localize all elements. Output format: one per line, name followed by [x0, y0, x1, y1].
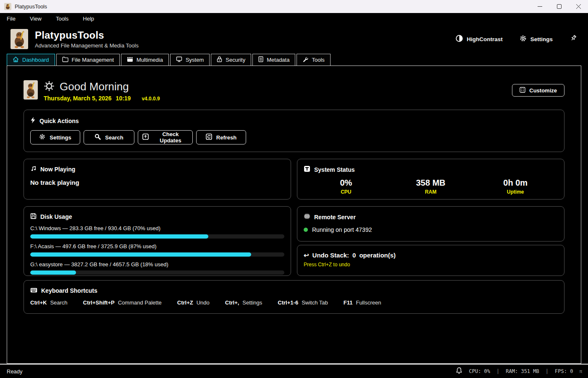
metric-label: RAM	[388, 189, 473, 195]
tab-metadata[interactable]: Metadata	[252, 54, 295, 66]
pi-glyph[interactable]: π	[579, 369, 582, 374]
now-playing-panel: Now Playing No track playing	[24, 159, 291, 200]
high-contrast-toggle[interactable]: HighContrast	[456, 35, 503, 43]
gear-icon	[520, 35, 527, 43]
clapperboard-icon	[127, 57, 133, 63]
tab-file-management[interactable]: File Management	[56, 54, 120, 66]
greeting-message: Good Morning	[60, 80, 129, 93]
pin-icon[interactable]	[570, 34, 577, 44]
drive-usage-bar	[30, 252, 284, 257]
shortcut-item: Ctrl+KSearch	[30, 299, 68, 306]
server-status-text: Running on port 47392	[312, 226, 372, 233]
app-subtitle: Advanced File Management & Media Tools	[35, 42, 139, 49]
status-ready: Ready	[7, 368, 23, 375]
monitor-icon	[176, 56, 182, 63]
tab-label: Multimedia	[136, 57, 163, 63]
menu-item[interactable]: View	[30, 16, 42, 22]
metric-value: 0h 0m	[473, 178, 558, 188]
shortcut-item: Ctrl+,Settings	[225, 299, 262, 306]
tab-dashboard[interactable]: Dashboard	[7, 54, 55, 66]
close-button[interactable]	[569, 0, 588, 13]
metric-label: CPU	[304, 189, 388, 195]
tab-label: Metadata	[267, 57, 289, 63]
server-status-dot	[304, 228, 308, 232]
bell-icon[interactable]	[456, 367, 462, 375]
metric: 0h 0m Uptime	[473, 178, 558, 195]
music-note-icon	[30, 165, 37, 173]
settings-button[interactable]: Settings	[520, 35, 553, 43]
refresh-button[interactable]: Refresh	[196, 130, 246, 144]
undo-stack-title: Undo Stack:	[312, 252, 349, 259]
status-cpu: CPU: 0%	[469, 368, 490, 374]
tab-label: Security	[226, 57, 245, 63]
settings-label: Settings	[530, 36, 553, 42]
lightning-icon	[30, 117, 36, 125]
customize-button[interactable]: Customize	[512, 84, 564, 97]
undo-stack-unit: operation(s)	[359, 252, 396, 259]
lock-icon	[217, 56, 222, 63]
update-box-icon	[142, 134, 149, 141]
status-fps: FPS: 0	[555, 368, 573, 374]
separator: |	[496, 368, 499, 374]
keyboard-shortcuts-panel: Keyboard Shortcuts Ctrl+KSearch Ctrl+Shi…	[24, 280, 564, 314]
metric-value: 0%	[304, 178, 388, 188]
tab-multimedia[interactable]: Multimedia	[121, 54, 169, 66]
document-icon	[258, 56, 263, 63]
gear-icon	[39, 134, 45, 141]
app-title: PlatypusTools	[35, 29, 139, 41]
folder-icon	[62, 57, 68, 63]
keyboard-icon	[30, 287, 37, 294]
system-metrics: 0% CPU 358 MB RAM 0h 0m Uptime	[304, 178, 558, 195]
metric: 0% CPU	[304, 178, 388, 195]
tab-label: Dashboard	[22, 57, 49, 63]
sun-icon	[44, 81, 55, 93]
system-status-title: System Status	[314, 166, 354, 173]
minimize-button[interactable]	[530, 0, 549, 13]
app-version: v4.0.0.9	[142, 96, 160, 102]
keyboard-shortcuts-title: Keyboard Shortcuts	[41, 287, 97, 294]
shortcut-item: Ctrl+Shift+PCommand Palette	[83, 299, 162, 306]
tab-security[interactable]: Security	[211, 54, 251, 66]
now-playing-status: No track playing	[30, 179, 284, 186]
quick-actions-panel: Quick Actions Settings Search Check Upda…	[24, 110, 564, 152]
check-updates-button[interactable]: Check Updates	[138, 130, 193, 144]
drive-label: F:\ Acasis — 497.6 GB free / 3725.9 GB (…	[30, 243, 284, 249]
system-status-panel: System Status 0% CPU 358 MB RAM 0h 0m	[297, 159, 564, 200]
menu-bar: FileViewToolsHelp	[0, 13, 588, 24]
disk-usage-panel: Disk Usage C:\ Windows — 283.3 GB free /…	[24, 206, 291, 276]
disk-usage-title: Disk Usage	[40, 213, 72, 220]
undo-stack-panel: ↩ Undo Stack: 0 operation(s) Press Ctrl+…	[297, 245, 564, 276]
layout-grid-icon	[520, 87, 525, 94]
shortcut-item: Ctrl+ZUndo	[177, 299, 210, 306]
status-ram: RAM: 351 MB	[506, 368, 539, 374]
home-icon	[13, 56, 19, 64]
floppy-disk-icon	[30, 213, 37, 220]
button-label: Refresh	[216, 134, 236, 141]
metric-value: 358 MB	[388, 178, 473, 188]
menu-item[interactable]: File	[7, 16, 16, 22]
drive-usage-bar	[30, 234, 284, 239]
search-icon	[94, 134, 101, 141]
menu-item[interactable]: Help	[83, 16, 94, 22]
drive-row: G:\ easystore — 3827.2 GB free / 4657.5 …	[30, 261, 284, 275]
system-icon	[304, 165, 310, 173]
remote-server-title: Remote Server	[314, 214, 356, 220]
shortcut-list: Ctrl+KSearch Ctrl+Shift+PCommand Palette…	[30, 299, 558, 306]
menu-item[interactable]: Tools	[56, 16, 68, 22]
quick-settings-button[interactable]: Settings	[30, 130, 80, 144]
button-label: Search	[105, 134, 123, 141]
metric-label: Uptime	[473, 189, 558, 195]
now-playing-title: Now Playing	[40, 166, 75, 173]
greeting-section: Good Morning Thursday, March 5, 2026 10:…	[24, 80, 564, 102]
quick-search-button[interactable]: Search	[84, 130, 134, 144]
contrast-icon	[456, 35, 463, 43]
tab-system[interactable]: System	[170, 54, 210, 66]
globe-icon	[304, 213, 310, 221]
undo-hint: Press Ctrl+Z to undo	[304, 262, 558, 268]
drive-usage-bar	[30, 270, 284, 275]
metric: 358 MB RAM	[388, 178, 473, 195]
tab-tools[interactable]: Tools	[297, 54, 330, 66]
drive-list: C:\ Windows — 283.3 GB free / 930.4 GB (…	[30, 225, 284, 275]
maximize-button[interactable]	[549, 0, 569, 13]
tab-strip: Dashboard File Management Multimedia Sys…	[0, 54, 588, 66]
